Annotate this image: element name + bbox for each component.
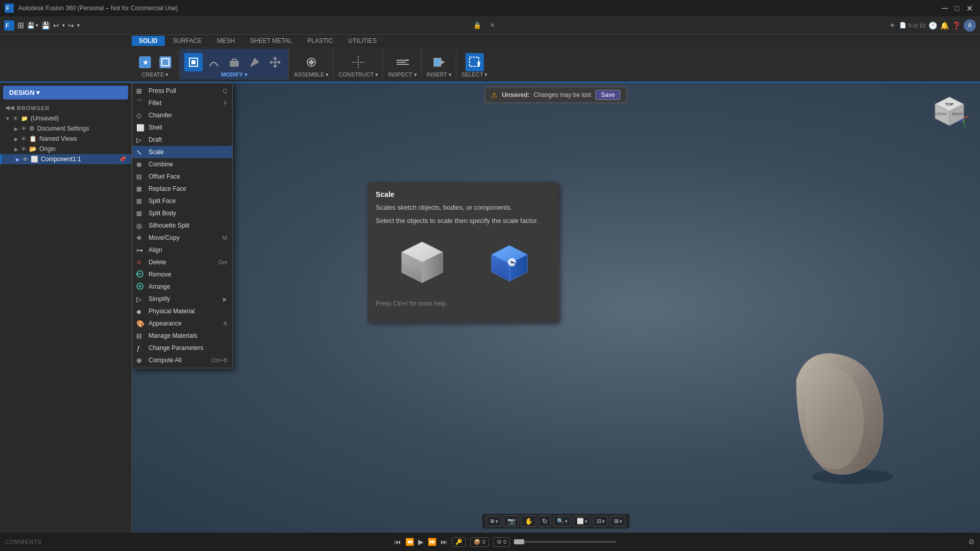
create-icon-1[interactable]: ★ xyxy=(136,53,154,71)
bell-button[interactable]: 🔔 xyxy=(940,21,949,30)
tab-surface[interactable]: SURFACE xyxy=(166,36,209,46)
construct-group-button[interactable]: CONSTRUCT ▾ xyxy=(338,71,378,78)
tab-solid[interactable]: SOLID xyxy=(132,36,165,46)
modify-icon-2[interactable] xyxy=(205,53,223,71)
undo-button[interactable]: ↩ xyxy=(53,21,59,30)
menu-item-physical-material[interactable]: ◈ Physical Material xyxy=(132,305,232,317)
menu-item-arrange[interactable]: Arrange xyxy=(132,281,232,293)
orbit-button[interactable]: ↻ xyxy=(538,515,551,527)
insert-icon[interactable] xyxy=(430,53,448,71)
menu-item-replace-face[interactable]: ⊠ Replace Face xyxy=(132,183,232,195)
help-button[interactable]: ❓ xyxy=(952,21,961,30)
zoom-button[interactable]: 🔍▾ xyxy=(553,516,571,527)
eye-origin-icon[interactable]: 👁 xyxy=(21,146,27,152)
modify-icon-4[interactable] xyxy=(246,53,264,71)
new-file-button[interactable]: 💾 ▾ xyxy=(27,22,38,29)
menu-item-draft[interactable]: ▷ Draft xyxy=(132,134,232,146)
scale-more-icon[interactable]: ⋯ xyxy=(222,149,227,156)
close-tab-button[interactable]: ✕ xyxy=(489,21,495,29)
joint-anim-button[interactable]: ⚙ 0 xyxy=(493,537,510,547)
save-button[interactable]: 💾 xyxy=(41,21,50,30)
close-button[interactable]: ✕ xyxy=(963,4,976,13)
browser-item-component[interactable]: ▶ 👁 ⬜ Component1:1 📌 xyxy=(0,154,131,164)
insert-group-button[interactable]: INSERT ▾ xyxy=(427,71,452,78)
menu-item-offset-face[interactable]: ⊟ Offset Face xyxy=(132,170,232,183)
browser-back-icon[interactable]: ◀◀ xyxy=(5,105,14,111)
menu-item-silhouette-split[interactable]: ◎ Silhouette Split xyxy=(132,219,232,232)
menu-item-split-face[interactable]: ⊞ Split Face xyxy=(132,195,232,207)
window-controls[interactable]: ─ □ ✕ xyxy=(939,4,976,13)
add-tab-button[interactable]: ＋ xyxy=(888,20,896,31)
avatar[interactable]: A xyxy=(964,19,976,32)
menu-item-press-pull[interactable]: ⊞ Press Pull Q xyxy=(132,85,232,97)
redo-button[interactable]: ↪ xyxy=(68,21,74,30)
eye-component-icon[interactable]: 👁 xyxy=(22,156,28,162)
playback-end-button[interactable]: ⏭ xyxy=(440,538,448,546)
modify-group-button[interactable]: MODIFY ▾ xyxy=(221,71,248,78)
tab-sheet-metal[interactable]: SHEET METAL xyxy=(243,36,299,46)
cube-navigator[interactable]: TOP FRONT RIGHT X Z Y xyxy=(929,93,970,134)
modify-icon-move[interactable] xyxy=(266,53,284,71)
settings-button[interactable]: ⚙ xyxy=(968,538,975,546)
modify-icon-1[interactable] xyxy=(184,53,203,71)
undo-dropdown-button[interactable]: ▾ xyxy=(62,22,65,28)
keyframe-button[interactable]: 🔑 xyxy=(452,537,466,547)
playback-next-button[interactable]: ⏩ xyxy=(428,538,436,546)
browser-item-origin[interactable]: ▶ 👁 📂 Origin xyxy=(0,144,131,154)
browser-item-named-views[interactable]: ▶ 👁 📋 Named Views xyxy=(0,134,131,144)
eye-doc-icon[interactable]: 👁 xyxy=(21,126,27,132)
construct-icon[interactable] xyxy=(349,53,368,71)
menu-item-manage-materials[interactable]: ⊟ Manage Materials xyxy=(132,330,232,342)
menu-item-compute-all[interactable]: ⊕ Compute All Ctrl+B xyxy=(132,354,232,366)
save-banner-button[interactable]: Save xyxy=(595,90,620,100)
playback-prev-button[interactable]: ⏪ xyxy=(405,538,414,546)
menu-item-move-copy[interactable]: ✛ Move/Copy M xyxy=(132,232,232,244)
viewport[interactable]: ⚠ Unsaved: Changes may be lost Save TOP … xyxy=(132,83,980,533)
menu-item-chamfer[interactable]: ◇ Chamfer xyxy=(132,109,232,121)
redo-dropdown-button[interactable]: ▾ xyxy=(77,22,80,28)
menu-item-delete[interactable]: ✕ Delete Del xyxy=(132,256,232,268)
create-group-button[interactable]: CREATE ▾ xyxy=(142,71,169,78)
eye-views-icon[interactable]: 👁 xyxy=(21,136,27,142)
display-button[interactable]: ⬜▾ xyxy=(573,516,591,527)
grid-display-button[interactable]: ⊟▾ xyxy=(593,516,608,527)
pan-button[interactable]: ✋ xyxy=(521,515,536,527)
clock-button[interactable]: 🕐 xyxy=(928,21,937,30)
menu-item-simplify[interactable]: ▷ Simplify ▶ xyxy=(132,293,232,305)
playback-start-button[interactable]: ⏮ xyxy=(394,538,401,546)
browser-item-doc-settings[interactable]: ▶ 👁 ⚙ Document Settings xyxy=(0,123,131,134)
assemble-icon[interactable] xyxy=(302,53,321,71)
menu-item-align[interactable]: ⊶ Align xyxy=(132,244,232,256)
snap-button[interactable]: ⊕▾ xyxy=(486,516,502,527)
table-display-button[interactable]: ⊞▾ xyxy=(610,516,626,527)
select-group-button[interactable]: SELECT ▾ xyxy=(461,71,488,78)
menu-item-combine[interactable]: ⊕ Combine xyxy=(132,158,232,170)
eye-icon[interactable]: 👁 xyxy=(13,115,18,121)
tab-mesh[interactable]: MESH xyxy=(210,36,242,46)
menu-item-scale[interactable]: ⤡ Scale ⋯ xyxy=(132,146,232,158)
inspect-group-button[interactable]: INSPECT ▾ xyxy=(388,71,417,78)
menu-item-remove[interactable]: Remove xyxy=(132,268,232,281)
assemble-group-button[interactable]: ASSEMBLE ▾ xyxy=(294,71,329,78)
menu-item-fillet[interactable]: ⌒ Fillet F xyxy=(132,97,232,109)
component-pin-icon[interactable]: 📌 xyxy=(119,156,126,163)
tab-utilities[interactable]: UTILITIES xyxy=(341,36,384,46)
minimize-button[interactable]: ─ xyxy=(939,4,950,13)
playback-play-button[interactable]: ▶ xyxy=(418,538,424,546)
design-button[interactable]: DESIGN ▾ xyxy=(3,86,128,99)
create-icon-2[interactable] xyxy=(156,53,175,71)
menu-item-split-body[interactable]: ⊞ Split Body xyxy=(132,207,232,219)
menu-item-change-parameters[interactable]: ƒ Change Parameters xyxy=(132,342,232,354)
tab-plastic[interactable]: PLASTIC xyxy=(300,36,340,46)
timeline-slider[interactable] xyxy=(514,541,616,543)
select-icon[interactable] xyxy=(465,53,484,71)
inspect-icon[interactable] xyxy=(394,53,412,71)
component-anim-button[interactable]: 📦 0 xyxy=(470,537,489,547)
browser-item-unsaved[interactable]: ▼ 👁 📁 (Unsaved) xyxy=(0,113,131,123)
grid-menu-button[interactable]: ⊞ xyxy=(17,20,24,30)
menu-item-shell[interactable]: ⬜ Shell xyxy=(132,121,232,134)
capture-image-button[interactable]: 📷 xyxy=(504,515,519,527)
maximize-button[interactable]: □ xyxy=(952,4,962,12)
menu-item-appearance[interactable]: 🎨 Appearance A xyxy=(132,317,232,330)
modify-icon-3[interactable] xyxy=(225,53,243,71)
